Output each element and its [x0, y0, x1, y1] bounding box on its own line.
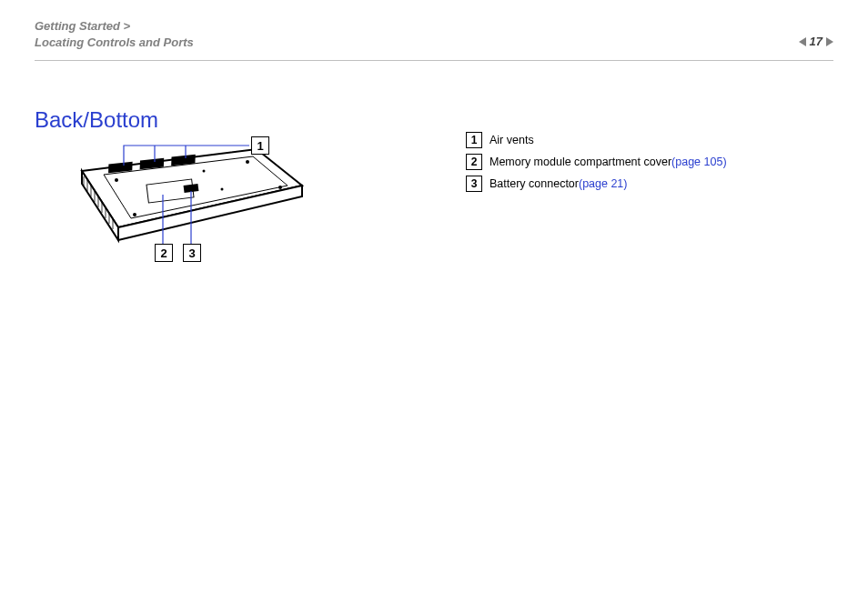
svg-rect-2 [172, 156, 195, 165]
svg-point-15 [246, 160, 249, 164]
legend: 1 Air vents 2 Memory module compartment … [466, 132, 727, 197]
breadcrumb-line-2: Locating Controls and Ports [35, 35, 833, 51]
callout-3: 3 [183, 244, 201, 262]
legend-link-3[interactable]: (page 21) [579, 177, 628, 190]
figure-back-bottom: 1 2 3 [76, 144, 313, 262]
svg-rect-0 [109, 163, 132, 172]
next-page-arrow-icon[interactable] [826, 37, 833, 46]
prev-page-arrow-icon[interactable] [799, 37, 806, 46]
page-navigator: 17 [799, 35, 833, 48]
callout-1: 1 [251, 136, 269, 155]
legend-item-1: 1 Air vents [466, 132, 727, 148]
legend-item-3: 3 Battery connector (page 21) [466, 176, 727, 192]
page-header: Getting Started > Locating Controls and … [35, 18, 833, 61]
svg-rect-1 [141, 159, 164, 168]
svg-point-14 [115, 178, 118, 182]
page-number: 17 [810, 35, 823, 48]
legend-num-1: 1 [466, 132, 482, 148]
legend-text-3: Battery connector [490, 177, 579, 190]
legend-text-2: Memory module compartment cover [490, 156, 671, 168]
legend-link-2[interactable]: (page 105) [671, 156, 726, 168]
breadcrumb: Getting Started > Locating Controls and … [35, 18, 833, 51]
svg-point-16 [278, 186, 282, 189]
svg-point-18 [203, 170, 206, 173]
legend-item-2: 2 Memory module compartment cover (page … [466, 154, 727, 170]
svg-point-19 [221, 188, 224, 191]
svg-point-17 [133, 213, 136, 216]
legend-num-3: 3 [466, 176, 482, 192]
page-title: Back/Bottom [35, 107, 158, 133]
legend-text-1: Air vents [490, 134, 534, 146]
legend-num-2: 2 [466, 154, 482, 170]
breadcrumb-line-1: Getting Started > [35, 18, 833, 35]
callout-2: 2 [155, 244, 173, 262]
